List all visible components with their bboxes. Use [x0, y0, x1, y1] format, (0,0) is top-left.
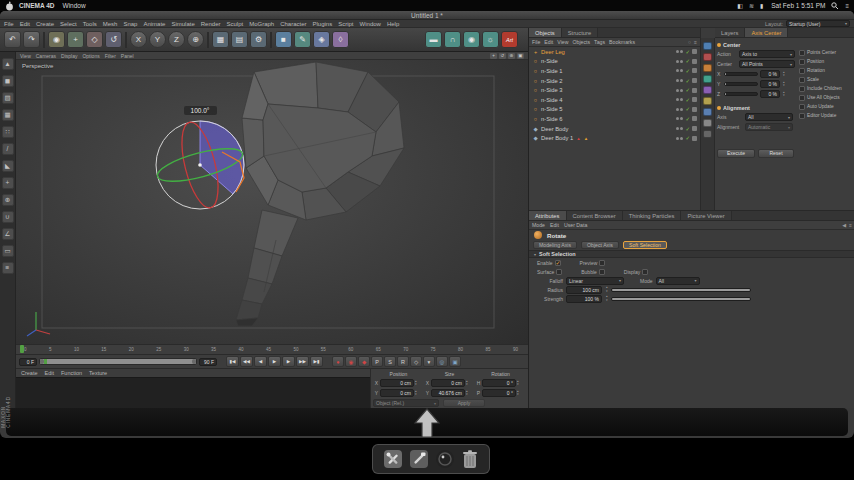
playback-rate-button[interactable]: ▾ [423, 356, 435, 367]
material-menu-item[interactable]: Function [61, 370, 82, 376]
snap-icon[interactable]: ∪ [2, 211, 14, 223]
model-mode-icon[interactable]: ◼ [2, 75, 14, 87]
tag-icon[interactable] [692, 107, 697, 112]
toggle-checkbox[interactable] [599, 260, 605, 266]
tab-attributes[interactable]: Attributes [529, 211, 567, 220]
pan-view-icon[interactable]: + [490, 53, 497, 59]
goto-end-button[interactable]: ▶▮ [310, 356, 323, 367]
environment-icon[interactable]: ▬ [425, 31, 442, 48]
toolbar-icon[interactable] [43, 32, 45, 48]
visibility-dots[interactable] [676, 127, 683, 130]
menu-item[interactable]: MoGraph [249, 21, 274, 27]
toggle-checkbox[interactable] [555, 260, 561, 266]
autokeying-button[interactable]: ◉ [345, 356, 357, 367]
timeline-playhead[interactable] [20, 345, 24, 353]
axis-center-option[interactable]: Editor Update [799, 111, 854, 120]
preview-range-slider[interactable] [39, 358, 197, 365]
record-scale-toggle[interactable]: S [384, 356, 396, 367]
menu-item[interactable]: Mesh [103, 21, 118, 27]
record-rotation-toggle[interactable]: R [397, 356, 409, 367]
tab-content-browser[interactable]: Content Browser [567, 211, 623, 220]
option-checkbox[interactable] [799, 77, 805, 83]
texture-mode-icon[interactable]: ▨ [2, 92, 14, 104]
make-editable-icon[interactable]: ▲ [2, 58, 14, 70]
camera-icon[interactable]: ◉ [463, 31, 480, 48]
visibility-dots[interactable] [676, 108, 683, 111]
axis-center-option[interactable]: Rotation [799, 66, 854, 75]
toggle-checkbox[interactable] [642, 269, 648, 275]
record-objects-button[interactable]: ● [332, 356, 344, 367]
deer-leg-mesh[interactable] [236, 62, 404, 326]
previous-key-button[interactable]: ◀◀ [240, 356, 253, 367]
tweak-mode-icon[interactable]: + [2, 177, 14, 189]
object-name[interactable]: n-Side 3 [541, 87, 563, 93]
palette-swatch[interactable] [703, 130, 712, 138]
menu-item[interactable]: Character [280, 21, 306, 27]
toolbar-icon[interactable] [207, 32, 209, 48]
soft-selection-toggle[interactable]: Display [624, 269, 648, 275]
tab-structure[interactable]: Structure [562, 28, 599, 37]
object-name[interactable]: n-Side 1 [541, 68, 563, 74]
radius-slider[interactable] [611, 288, 751, 292]
axis-center-option[interactable]: Use All Objects [799, 93, 854, 102]
sky-icon[interactable]: ∩ [444, 31, 461, 48]
reset-button[interactable]: Reset [758, 149, 794, 158]
tab-thinking-particles[interactable]: Thinking Particles [623, 211, 682, 220]
visibility-dots[interactable] [676, 98, 683, 101]
mac-menu-item[interactable]: Window [63, 2, 86, 9]
rotate-gizmo[interactable]: 100.0° [154, 106, 245, 211]
menu-item[interactable]: Window [360, 21, 381, 27]
menu-item[interactable]: Script [338, 21, 353, 27]
search-icon[interactable]: ○ [688, 39, 691, 45]
enabled-check-icon[interactable]: ✓ [685, 126, 690, 132]
x-axis-lock-button[interactable]: X [130, 31, 147, 48]
enable-axis-icon[interactable]: ⊕ [2, 194, 14, 206]
menu-item[interactable]: Edit [20, 21, 30, 27]
solo-button[interactable]: ◎ [436, 356, 448, 367]
rotate-icon[interactable]: ↺ [105, 31, 122, 48]
strength-field[interactable]: 100 % [566, 295, 602, 303]
subtab-modeling-axis[interactable]: Modeling Axis [533, 241, 577, 249]
polygons-mode-icon[interactable]: ◣ [2, 160, 14, 172]
objects-menu-item[interactable]: Objects [572, 39, 590, 45]
strength-slider[interactable] [611, 297, 751, 301]
battery-icon[interactable]: ▮ [760, 2, 763, 9]
option-checkbox[interactable] [799, 68, 805, 74]
option-checkbox[interactable] [799, 95, 805, 101]
record-parameter-toggle[interactable]: ◇ [410, 356, 422, 367]
utilities-icon[interactable] [383, 449, 403, 469]
menu-clock[interactable]: Sat Feb 1 5:51 PM [771, 2, 825, 9]
object-name[interactable]: n-Side 2 [541, 78, 563, 84]
objects-menu-item[interactable]: Bookmarks [609, 39, 635, 45]
menu-item[interactable]: Create [36, 21, 54, 27]
axis-center-option[interactable]: Points Center [799, 48, 854, 57]
center-section-header[interactable]: Center [717, 40, 799, 49]
visibility-dots[interactable] [676, 50, 683, 53]
next-frame-button[interactable]: ▶ [282, 356, 295, 367]
enabled-check-icon[interactable]: ✓ [685, 116, 690, 122]
apply-button[interactable]: Apply [443, 399, 485, 407]
soft-selection-toggle[interactable]: Surface [537, 269, 562, 275]
palette-swatch[interactable] [703, 86, 712, 94]
coordinate-system-button[interactable]: ⊕ [187, 31, 204, 48]
tab-layers[interactable]: Layers [715, 28, 745, 37]
material-menu-item[interactable]: Create [21, 370, 38, 376]
render-view-icon[interactable]: ▦ [212, 31, 229, 48]
layout-select[interactable]: Startup (User)▾ [786, 20, 850, 27]
object-row[interactable]: ○ n-Side 5 ▲ ▲ ✓ [529, 105, 700, 115]
object-row[interactable]: ○ n-Side 2 ▲ ▲ ✓ [529, 76, 700, 86]
back-icon[interactable]: ◀ [842, 222, 846, 228]
axis-center-option[interactable]: Include Children [799, 84, 854, 93]
tab-axis-center[interactable]: Axis Center [745, 28, 788, 37]
next-key-button[interactable]: ▶▶ [296, 356, 309, 367]
gizmo-center[interactable] [198, 163, 202, 167]
layer-manager-icon[interactable]: ≡ [2, 262, 14, 274]
display-icon[interactable]: ◧ [737, 2, 743, 9]
tag-icon[interactable] [692, 68, 697, 73]
objects-menu-item[interactable]: View [557, 39, 568, 45]
menu-item[interactable]: File [4, 21, 14, 27]
enabled-check-icon[interactable]: ✓ [685, 58, 690, 64]
object-row[interactable]: ○ n-Side 6 ▲ ▲ ✓ [529, 114, 700, 124]
viewport-menu-item[interactable]: Display [61, 53, 77, 59]
spotlight-icon[interactable] [831, 2, 839, 10]
